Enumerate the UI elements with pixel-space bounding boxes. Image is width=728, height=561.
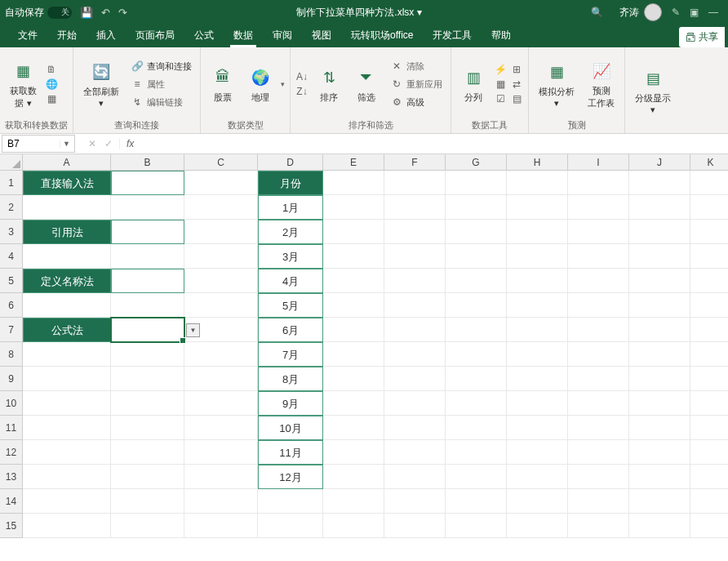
cell-E12[interactable] <box>323 440 384 465</box>
row-header-1[interactable]: 1 <box>0 171 23 195</box>
row-header-10[interactable]: 10 <box>0 391 23 416</box>
cell-F9[interactable] <box>384 367 446 391</box>
cell-C6[interactable] <box>184 293 258 318</box>
cell-G12[interactable] <box>446 440 507 465</box>
cell-J2[interactable] <box>629 195 690 220</box>
ribbon-mode-icon[interactable]: ▣ <box>690 7 699 18</box>
cell-C2[interactable] <box>184 195 258 220</box>
cell-E1[interactable] <box>323 171 384 195</box>
cell-A1[interactable]: 直接输入法 <box>23 171 111 195</box>
cell-B4[interactable] <box>111 244 184 269</box>
cell-B8[interactable] <box>111 342 184 367</box>
cell-I2[interactable] <box>568 195 629 220</box>
col-header-I[interactable]: I <box>568 154 629 171</box>
row-header-9[interactable]: 9 <box>0 367 23 391</box>
cell-K4[interactable] <box>690 244 728 269</box>
tab-视图[interactable]: 视图 <box>302 24 341 47</box>
row-header-14[interactable]: 14 <box>0 489 23 514</box>
tab-帮助[interactable]: 帮助 <box>482 24 521 47</box>
cell-K14[interactable] <box>690 489 728 514</box>
fx-icon[interactable]: fx <box>119 138 140 149</box>
confirm-icon[interactable]: ✓ <box>104 138 113 149</box>
outline-button[interactable]: ▤分级显示 ▾ <box>630 65 676 117</box>
cell-A4[interactable] <box>23 244 111 269</box>
redo-icon[interactable]: ↷ <box>118 7 127 19</box>
cell-D8[interactable]: 7月 <box>258 342 323 367</box>
row-header-5[interactable]: 5 <box>0 269 23 293</box>
cell-H14[interactable] <box>507 489 568 514</box>
cell-B9[interactable] <box>111 367 184 391</box>
sort-asc-icon[interactable]: A↓ <box>295 70 309 83</box>
user-menu[interactable]: 齐涛 <box>619 3 662 21</box>
cell-G6[interactable] <box>446 293 507 318</box>
tab-玩转职场office[interactable]: 玩转职场office <box>341 24 423 47</box>
queries-connections-button[interactable]: 🔗查询和连接 <box>127 58 195 74</box>
col-header-A[interactable]: A <box>23 154 111 171</box>
cell-I5[interactable] <box>568 269 629 293</box>
cell-D14[interactable] <box>258 489 323 514</box>
cell-H6[interactable] <box>507 293 568 318</box>
cell-E7[interactable] <box>323 318 384 342</box>
cell-A9[interactable] <box>23 367 111 391</box>
cell-F12[interactable] <box>384 440 446 465</box>
cell-F5[interactable] <box>384 269 446 293</box>
from-web-icon[interactable]: 🌐 <box>45 78 58 91</box>
cell-H10[interactable] <box>507 391 568 416</box>
cell-A8[interactable] <box>23 342 111 367</box>
cell-F11[interactable] <box>384 416 446 440</box>
cell-D3[interactable]: 2月 <box>258 220 323 244</box>
cell-C5[interactable] <box>184 269 258 293</box>
cell-C13[interactable] <box>184 465 258 489</box>
cell-B7[interactable] <box>111 318 184 342</box>
stocks-button[interactable]: 🏛股票 <box>206 64 240 105</box>
cell-D2[interactable]: 1月 <box>258 195 323 220</box>
cell-A13[interactable] <box>23 465 111 489</box>
cell-H4[interactable] <box>507 244 568 269</box>
cell-E9[interactable] <box>323 367 384 391</box>
cell-A2[interactable] <box>23 195 111 220</box>
cell-F7[interactable] <box>384 318 446 342</box>
cell-C15[interactable] <box>184 514 258 538</box>
cell-H8[interactable] <box>507 342 568 367</box>
filter-button[interactable]: ⏷筛选 <box>349 64 384 105</box>
col-header-C[interactable]: C <box>184 154 258 171</box>
tab-开发工具[interactable]: 开发工具 <box>423 24 482 47</box>
cell-J10[interactable] <box>629 391 690 416</box>
notes-icon[interactable]: ✎ <box>672 7 680 18</box>
cell-I10[interactable] <box>568 391 629 416</box>
cell-C9[interactable] <box>184 367 258 391</box>
cell-B12[interactable] <box>111 440 184 465</box>
minimize-icon[interactable]: — <box>708 7 718 18</box>
row-header-13[interactable]: 13 <box>0 465 23 489</box>
tab-审阅[interactable]: 审阅 <box>263 24 302 47</box>
cell-A14[interactable] <box>23 489 111 514</box>
col-header-B[interactable]: B <box>111 154 184 171</box>
cell-D11[interactable]: 10月 <box>258 416 323 440</box>
cell-H5[interactable] <box>507 269 568 293</box>
cell-E13[interactable] <box>323 465 384 489</box>
undo-icon[interactable]: ↶ <box>101 7 110 19</box>
cell-K5[interactable] <box>690 269 728 293</box>
cell-H2[interactable] <box>507 195 568 220</box>
cell-B3[interactable] <box>111 220 184 244</box>
consolidate-icon[interactable]: ⊞ <box>510 63 523 76</box>
cell-G4[interactable] <box>446 244 507 269</box>
sort-desc-icon[interactable]: Z↓ <box>295 85 309 98</box>
col-header-G[interactable]: G <box>446 154 507 171</box>
cell-B2[interactable] <box>111 195 184 220</box>
cell-I8[interactable] <box>568 342 629 367</box>
cell-H7[interactable] <box>507 318 568 342</box>
cell-D5[interactable]: 4月 <box>258 269 323 293</box>
cell-G8[interactable] <box>446 342 507 367</box>
cell-H15[interactable] <box>507 514 568 538</box>
datatype-more-icon[interactable]: ▾ <box>281 80 285 88</box>
row-header-4[interactable]: 4 <box>0 244 23 269</box>
cell-K2[interactable] <box>690 195 728 220</box>
col-header-E[interactable]: E <box>323 154 384 171</box>
cell-C1[interactable] <box>184 171 258 195</box>
cell-E11[interactable] <box>323 416 384 440</box>
cell-F8[interactable] <box>384 342 446 367</box>
relationships-icon[interactable]: ⇄ <box>510 78 523 91</box>
name-box-input[interactable] <box>2 138 60 149</box>
row-header-15[interactable]: 15 <box>0 514 23 538</box>
